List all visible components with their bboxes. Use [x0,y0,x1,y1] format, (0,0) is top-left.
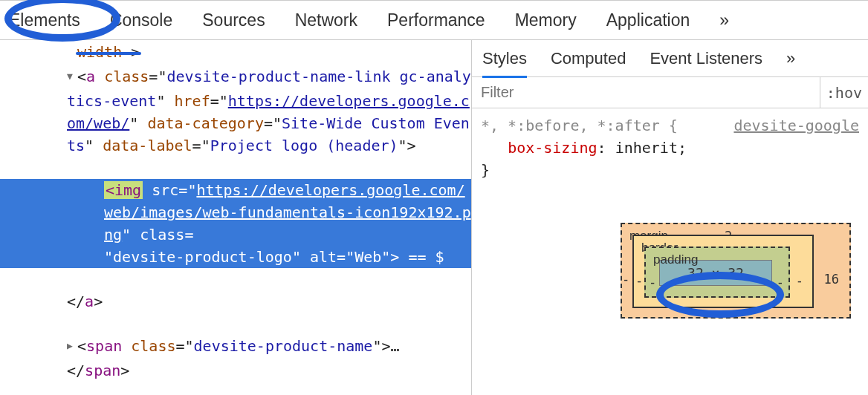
bm-padding-label: padding [653,252,699,267]
bm-padding-right: - [777,275,784,290]
bm-margin-left: - [622,272,629,287]
tab-performance[interactable]: Performance [387,10,485,30]
styles-filter-row: :hov [472,77,868,108]
styles-filter-input[interactable] [479,83,820,102]
dom-node-span[interactable]: <span class="devsite-product-name">… </s… [0,335,471,382]
tab-sources[interactable]: Sources [202,10,265,30]
tab-console[interactable]: Console [110,10,172,30]
tab-memory[interactable]: Memory [515,10,577,30]
styles-pane: Styles Computed Event Listeners » :hov d… [471,40,868,395]
elements-dom-pane[interactable]: width > <a class="devsite-product-name-l… [0,40,471,395]
bm-margin-right: 16 [824,272,839,287]
expand-toggle-icon[interactable] [67,335,77,359]
css-prop-value[interactable]: inherit; [615,139,687,157]
selected-tag-highlight: <img [104,181,143,199]
css-rule-block[interactable]: devsite-google *, *:before, *:after { bo… [472,108,868,187]
box-model[interactable]: margin 2 border - padding 32 × 32 - - - … [621,223,851,319]
css-source-link[interactable]: devsite-google [733,114,859,137]
subtab-computed[interactable]: Computed [551,49,626,68]
expand-toggle-icon[interactable] [67,65,77,90]
dom-node-a-close[interactable]: </a> [0,290,471,313]
dom-node-img-selected[interactable]: <img src="https://developers.google.com/… [0,179,471,268]
subtab-event-listeners[interactable]: Event Listeners [650,49,762,68]
css-selector: *, *:before, *:after { [481,117,678,134]
tab-elements[interactable]: Elements [9,10,80,30]
subtabs-overflow-icon[interactable]: » [786,49,795,68]
hov-toggle[interactable]: :hov [820,77,868,108]
clipped-attr: width > [77,43,140,61]
tab-network[interactable]: Network [295,10,357,30]
css-prop-name[interactable]: box-sizing [508,139,597,157]
styles-subtabs: Styles Computed Event Listeners » [472,40,868,77]
subtab-styles[interactable]: Styles [482,49,527,78]
css-rule-close: } [481,161,490,179]
bm-border-right: - [796,273,803,288]
bm-padding-left: - [649,275,656,290]
bm-border-left: - [635,273,643,288]
tab-application[interactable]: Application [606,10,690,30]
dom-node-a[interactable]: <a class="devsite-product-name-link gc-a… [0,65,471,157]
tabs-overflow-icon[interactable]: » [719,10,729,30]
devtools-tabbar: Elements Console Sources Network Perform… [0,0,868,40]
